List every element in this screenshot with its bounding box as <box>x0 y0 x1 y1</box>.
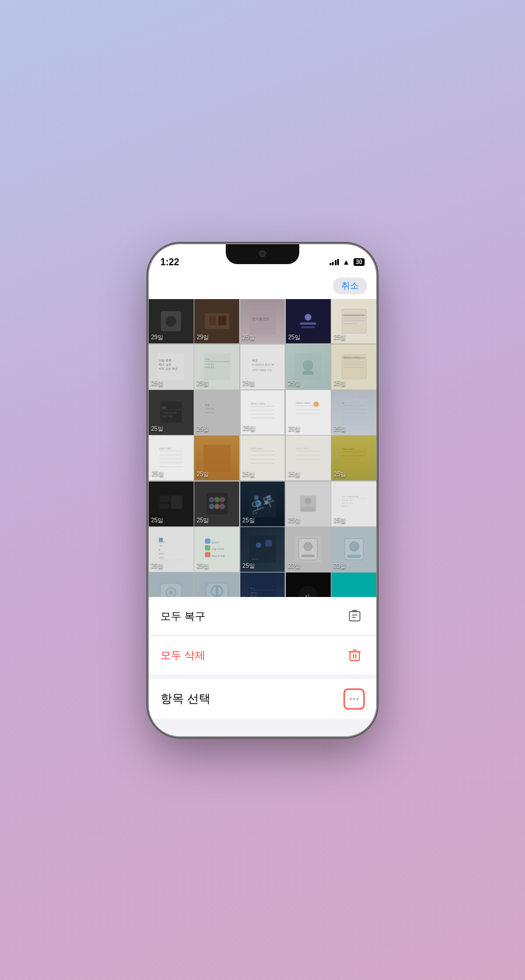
svg-text:설정: 설정 <box>162 406 166 409</box>
svg-text:설정 닫기: 설정 닫기 <box>250 591 258 593</box>
svg-rect-111 <box>302 507 315 512</box>
svg-text:비밀 항목: 비밀 항목 <box>159 359 172 362</box>
select-items-item[interactable]: 항목 선택 <box>149 679 376 719</box>
svg-rect-93 <box>171 496 183 509</box>
svg-text:소득세 환급: 소득세 환급 <box>205 412 214 415</box>
photo-cell[interactable]: 10 25일 <box>331 390 376 435</box>
svg-text:10: 10 <box>342 403 344 405</box>
photo-cell[interactable]: 앱 보기소셜 미디어Face 마 3 앱 25일 <box>194 527 239 572</box>
restore-all-label: 모두 복구 <box>160 609 205 623</box>
svg-point-61 <box>314 402 319 407</box>
svg-rect-77 <box>250 451 274 451</box>
photo-cell[interactable]: INDEX CARD. 25일 <box>331 435 376 480</box>
svg-rect-152 <box>215 586 218 596</box>
photo-cell[interactable]: 25일 <box>194 435 239 480</box>
svg-rect-5 <box>249 308 276 335</box>
photo-cell[interactable]: 오두 오두 25일 <box>240 482 285 526</box>
svg-point-8 <box>305 314 312 321</box>
cancel-button[interactable]: 취소 <box>333 278 367 294</box>
photo-cell[interactable]: 25일 <box>149 482 194 526</box>
svg-text:앱 보기: 앱 보기 <box>211 541 219 544</box>
svg-rect-59 <box>296 410 320 410</box>
svg-point-148 <box>169 591 173 595</box>
svg-rect-80 <box>250 463 274 463</box>
svg-rect-135 <box>265 540 272 547</box>
svg-point-31 <box>303 360 313 371</box>
svg-rect-7 <box>295 308 321 335</box>
delete-all-item[interactable]: 모두 삭제 <box>149 636 376 675</box>
photo-cell[interactable]: INDEX CARD. 25일 <box>149 435 194 480</box>
photo-cell[interactable]: 저장공간사진앱연락처키체인 25일 <box>149 527 194 572</box>
svg-text:사라 있는 최소: 사라 있는 최소 <box>159 367 178 370</box>
svg-rect-140 <box>302 555 315 558</box>
svg-text:INDEX CARD.: INDEX CARD. <box>342 448 355 451</box>
svg-text:사진: 사진 <box>159 545 163 547</box>
svg-rect-52 <box>251 410 274 410</box>
svg-rect-32 <box>303 371 313 375</box>
svg-point-134 <box>256 543 261 548</box>
svg-rect-83 <box>296 451 320 451</box>
screen: 1:22 ▲ 30 취소 <box>149 244 376 736</box>
wifi-icon: ▲ <box>342 258 350 266</box>
svg-rect-14 <box>343 321 365 321</box>
photo-cell[interactable]: INDEX CARD. 25일 <box>240 435 285 480</box>
more-options-icon[interactable] <box>344 689 365 709</box>
photo-cell[interactable]: 비밀 항목체크 남은사라 있는 최소 25일 <box>149 345 194 389</box>
photo-cell[interactable]: INDEX CARD. 25일 <box>286 435 331 480</box>
photo-cell[interactable]: 이번 기기에서의 항목확스트로 장치확스트로 장치항아 내 25일 <box>331 482 376 526</box>
restore-all-item[interactable]: 모두 복구 <box>149 597 376 636</box>
svg-rect-129 <box>205 546 210 551</box>
photo-cell[interactable]: 설정소유하고 있는 항목최근에 삭제된 25일 <box>149 390 194 435</box>
svg-rect-22 <box>205 361 229 362</box>
photo-cell[interactable]: 23일 <box>286 527 331 572</box>
svg-text:배모: 배모 <box>252 359 258 362</box>
photo-cell[interactable]: 25일 <box>331 299 376 344</box>
svg-text:INDEX CARD.: INDEX CARD. <box>251 402 265 405</box>
svg-rect-84 <box>296 455 320 455</box>
svg-text:메모: 메모 <box>205 403 209 406</box>
svg-rect-54 <box>251 417 274 418</box>
svg-text:이번 기기에서의 항목: 이번 기기에서의 항목 <box>342 496 359 498</box>
photo-cell[interactable]: 메모소득세 환급소득세 환급 25일 <box>194 390 239 435</box>
photo-cell[interactable]: 배모22 23 24 25 26 27 38강희어 병원일 모습 25일 <box>240 345 285 389</box>
svg-text:소유하고 있는 항목: 소유하고 있는 항목 <box>162 412 177 415</box>
photo-cell[interactable]: 25일 <box>286 299 331 344</box>
photo-cell[interactable]: 25일 <box>286 345 331 389</box>
svg-text:오두: 오두 <box>252 512 258 515</box>
phone-frame: 1:22 ▲ 30 취소 <box>149 244 376 736</box>
svg-rect-15 <box>343 323 356 324</box>
svg-rect-60 <box>296 414 320 415</box>
signal-bar-1 <box>330 263 331 265</box>
svg-point-99 <box>209 504 214 509</box>
signal-bar-3 <box>335 260 337 265</box>
svg-text:키체인: 키체인 <box>159 557 164 560</box>
svg-rect-9 <box>300 322 316 324</box>
photo-cell[interactable]: 29일 <box>149 299 194 344</box>
svg-rect-127 <box>205 539 210 544</box>
photo-cell[interactable]: 컨트롤센터 25일 <box>240 299 285 344</box>
photo-cell[interactable]: 가격소득세 환급소득세 환급 25일 <box>194 345 239 389</box>
battery-icon: 30 <box>354 258 365 266</box>
svg-point-139 <box>304 543 312 551</box>
photo-cell[interactable]: INDEX CARD. 25일 <box>286 390 331 435</box>
svg-text:소득세 환급: 소득세 환급 <box>205 408 214 410</box>
svg-text:가격: 가격 <box>205 358 209 361</box>
photo-cell[interactable]: 앱 보기 25일 <box>240 527 285 572</box>
svg-rect-70 <box>159 455 183 455</box>
svg-rect-74 <box>204 445 230 472</box>
restore-icon <box>345 606 365 626</box>
svg-point-185 <box>354 698 355 700</box>
svg-text:22 23 24 25 26 27 38: 22 23 24 25 26 27 38 <box>252 363 275 366</box>
photo-cell[interactable]: INDEX CARD.10 25일 <box>240 390 285 435</box>
photo-cell[interactable]: INDEX CARD. 25일 <box>331 345 376 389</box>
photo-cell[interactable]: 25일 <box>194 482 239 526</box>
select-items-label: 항목 선택 <box>160 691 211 707</box>
photo-cell[interactable]: 23일 <box>331 527 376 572</box>
photo-cell[interactable]: 25일 <box>286 482 331 526</box>
svg-rect-92 <box>160 504 170 509</box>
svg-point-110 <box>305 498 312 505</box>
svg-rect-53 <box>251 414 274 415</box>
photo-cell[interactable]: 29일 <box>194 299 239 344</box>
svg-rect-124 <box>159 560 183 561</box>
status-icons: ▲ 30 <box>330 258 365 266</box>
